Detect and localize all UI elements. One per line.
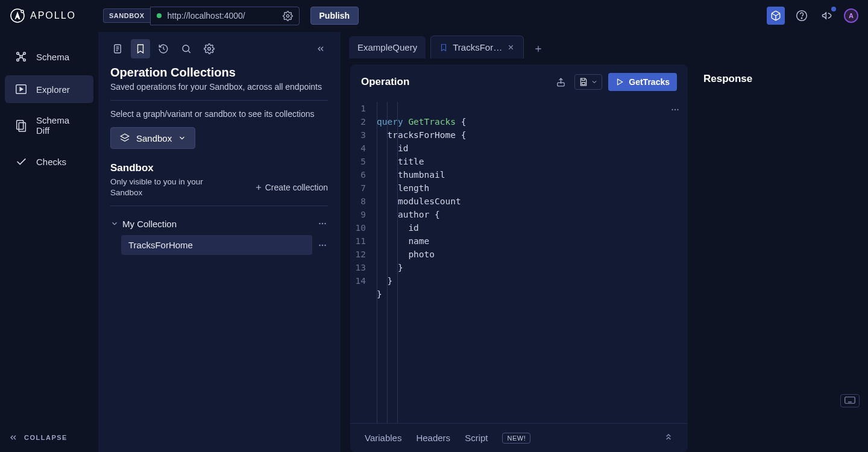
nav-item-checks[interactable]: Checks (5, 148, 93, 175)
svg-point-24 (671, 109, 673, 110)
svg-rect-11 (17, 121, 24, 130)
svg-rect-12 (19, 122, 25, 131)
save-button[interactable] (574, 74, 602, 90)
response-title: Response (703, 73, 854, 85)
chevron-down-icon (110, 219, 119, 228)
svg-point-20 (322, 245, 323, 246)
close-icon[interactable] (507, 43, 515, 51)
cube-icon[interactable] (767, 7, 785, 25)
workspace: ExampleQuery TracksFor… Operation (341, 32, 868, 452)
tab-tracks-for-home[interactable]: TracksFor… (430, 36, 524, 58)
chevron-down-icon (178, 134, 186, 142)
nav-label: Schema (36, 52, 69, 62)
notification-dot-icon (831, 7, 836, 11)
chevron-down-icon (591, 78, 598, 86)
scope-label: Sandbox (136, 133, 172, 143)
collections-toolbar (98, 32, 340, 63)
svg-point-3 (797, 11, 807, 21)
footer-tab-script[interactable]: Script (465, 433, 488, 443)
operation-title: Operation (361, 76, 409, 88)
share-icon[interactable] (553, 75, 568, 90)
apollo-logo-icon (10, 8, 25, 24)
doc-icon[interactable] (108, 39, 127, 58)
schema-icon (14, 50, 28, 63)
svg-point-9 (20, 55, 22, 58)
bookmark-icon[interactable] (131, 39, 150, 58)
operation-pane: Operation GetTracks (350, 64, 688, 452)
nav-item-schema-diff[interactable]: Schema Diff (5, 108, 93, 143)
settings-icon[interactable] (200, 39, 219, 58)
editor-footer: Variables Headers Script NEW! (350, 423, 688, 452)
collection-name: My Collection (122, 219, 177, 229)
collection-item-menu-button[interactable] (317, 240, 328, 251)
collection-item[interactable]: TracksForHome (121, 235, 312, 255)
svg-point-26 (677, 109, 678, 110)
divider (110, 100, 328, 101)
tabs-row: ExampleQuery TracksFor… (341, 32, 868, 58)
scope-selector[interactable]: Sandbox (110, 127, 195, 149)
publish-button[interactable]: Publish (310, 7, 359, 25)
search-icon[interactable] (177, 39, 196, 58)
create-collection-button[interactable]: Create collection (254, 183, 328, 192)
svg-point-4 (801, 18, 802, 19)
operation-header: Operation GetTracks (350, 64, 688, 99)
svg-point-14 (183, 45, 189, 52)
svg-point-17 (322, 223, 323, 224)
topbar: APOLLO SANDBOX http://localhost:4000/ Pu… (0, 0, 868, 32)
status-dot-icon (157, 13, 162, 18)
svg-point-8 (24, 59, 26, 61)
svg-point-19 (319, 245, 320, 246)
run-operation-button[interactable]: GetTracks (608, 73, 677, 91)
collapse-nav-button[interactable]: COLLAPSE (0, 423, 98, 452)
footer-tab-variables[interactable]: Variables (365, 433, 401, 443)
endpoint-input[interactable]: http://localhost:4000/ (150, 7, 300, 25)
collection-row[interactable]: My Collection (110, 217, 328, 230)
help-icon[interactable] (793, 7, 810, 24)
nav-item-explorer[interactable]: Explorer (5, 75, 93, 103)
endpoint-group: SANDBOX http://localhost:4000/ (103, 7, 300, 25)
line-gutter: 1 2 3 4 5 6 7 8 9 10 11 12 13 14 (350, 102, 371, 423)
collections-title: Operation Collections (110, 66, 328, 80)
collapse-panel-icon[interactable] (311, 39, 330, 58)
left-nav: Schema Explorer Schema Diff Checks COLLA… (0, 32, 98, 452)
svg-point-25 (675, 109, 676, 110)
expand-footer-icon[interactable] (664, 432, 673, 444)
nav-item-schema[interactable]: Schema (5, 43, 93, 71)
code-editor[interactable]: 1 2 3 4 5 6 7 8 9 10 11 12 13 14 query G… (350, 99, 688, 423)
apollo-logo-text: APOLLO (30, 10, 76, 21)
svg-point-6 (24, 52, 26, 55)
diff-icon (14, 119, 28, 132)
svg-point-21 (324, 245, 326, 246)
tab-label: TracksFor… (453, 42, 502, 52)
svg-point-7 (17, 59, 19, 61)
nav-label: Schema Diff (36, 115, 84, 136)
chevrons-left-icon (8, 433, 18, 442)
editor-menu-icon[interactable] (670, 104, 681, 119)
new-badge: NEW! (502, 433, 530, 444)
apollo-logo: APOLLO (10, 8, 97, 24)
avatar[interactable]: A (844, 8, 858, 23)
svg-point-15 (208, 48, 211, 51)
layers-icon (119, 133, 130, 143)
svg-point-18 (324, 223, 326, 224)
explorer-icon (14, 83, 28, 96)
megaphone-icon[interactable] (819, 7, 835, 24)
collapse-label: COLLAPSE (24, 434, 68, 441)
response-pane: Response (699, 64, 858, 452)
collections-subtitle: Saved operations for your Sandbox, acros… (110, 82, 328, 92)
play-icon (615, 78, 624, 86)
gear-icon[interactable] (283, 11, 293, 21)
divider (110, 206, 328, 206)
section-title: Sandbox (110, 162, 328, 174)
footer-tab-headers[interactable]: Headers (416, 433, 450, 443)
history-icon[interactable] (154, 39, 173, 58)
nav-label: Explorer (36, 84, 70, 95)
run-label: GetTracks (629, 77, 670, 87)
collection-menu-button[interactable] (317, 218, 328, 229)
add-tab-button[interactable] (529, 39, 548, 58)
tab-example-query[interactable]: ExampleQuery (349, 36, 426, 58)
svg-point-16 (319, 223, 320, 224)
nav-label: Checks (36, 157, 66, 167)
svg-point-5 (17, 52, 19, 55)
collections-hint: Select a graph/variant or sandbox to see… (110, 109, 328, 119)
